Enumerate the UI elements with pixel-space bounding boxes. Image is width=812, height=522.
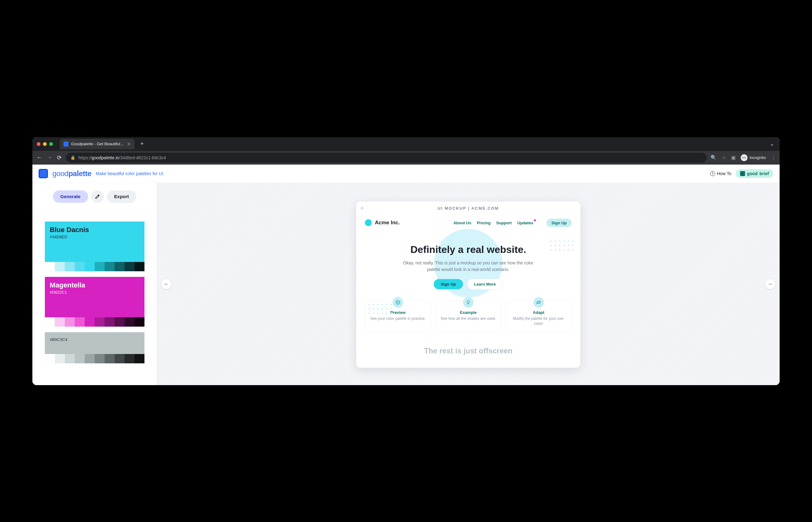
mockup-nav-signup-button[interactable]: Sign Up (546, 219, 572, 227)
feature-desc: See how all the shades are used. (439, 316, 498, 321)
shade-swatch[interactable] (45, 262, 55, 271)
toolbar-icons: 🔍 ☆ ▣ 👓 Incognito ⋮ (711, 154, 776, 161)
mockup-nav-link[interactable]: Updates (518, 221, 533, 225)
mockup-nav-link[interactable]: Pricing (477, 221, 491, 225)
shade-swatch[interactable] (115, 262, 124, 271)
hero-signup-button[interactable]: Sign Up (434, 279, 463, 289)
page: goodpalette Make beautiful color palette… (32, 164, 779, 385)
shade-swatch[interactable] (135, 317, 144, 327)
shade-swatch[interactable] (95, 354, 104, 363)
url-path: /34d8ed-d622c1-b9c3c4 (119, 155, 166, 160)
shade-swatch[interactable] (124, 317, 135, 327)
eyedropper-icon (95, 194, 100, 199)
palette-main-swatch[interactable]: Blue Dacnis#34D8ED (45, 221, 144, 262)
feature-desc: See your color palette in practice. (368, 316, 427, 321)
shade-swatch[interactable] (55, 354, 65, 363)
brand-logo-icon (365, 219, 372, 226)
shade-row (45, 354, 144, 363)
shade-swatch[interactable] (75, 262, 85, 271)
eyedropper-button[interactable] (91, 190, 104, 203)
address-bar[interactable]: 🔒 https://goodpalette.io/34d8ed-d622c1-b… (66, 153, 707, 163)
shade-swatch[interactable] (95, 317, 104, 327)
feature-row: PreviewSee your color palette in practic… (365, 301, 572, 333)
mockup-titlebar: UI MOCKUP | ACME.COM (356, 202, 580, 214)
goodbrief-word-brief: brief (759, 171, 769, 176)
shade-swatch[interactable] (104, 262, 115, 271)
carousel-next-button[interactable]: → (765, 279, 775, 289)
palette-main-swatch[interactable]: Magentella#D622C1 (45, 277, 144, 317)
close-tab-button[interactable]: ✕ (127, 142, 131, 146)
palette-card[interactable]: Magentella#D622C1 (45, 277, 144, 327)
window-controls (37, 142, 53, 146)
feature-title: Example (439, 310, 498, 315)
back-button[interactable]: ← (36, 154, 42, 161)
mockup-window-dot-icon (361, 206, 364, 210)
shade-swatch[interactable] (85, 317, 95, 327)
forward-button[interactable]: → (46, 154, 52, 161)
new-tab-button[interactable]: + (138, 140, 146, 148)
shade-swatch[interactable] (124, 354, 135, 363)
maximize-window-button[interactable] (49, 142, 53, 146)
palette-hex: #B9C3C4 (50, 337, 139, 342)
shade-swatch[interactable] (55, 317, 65, 327)
carousel-prev-button[interactable]: ← (161, 279, 171, 289)
shade-swatch[interactable] (135, 262, 144, 271)
palette-card[interactable]: Blue Dacnis#34D8ED (45, 221, 144, 271)
left-panel: Generate Export Blue Dacnis#34D8EDMagent… (32, 183, 157, 385)
shade-swatch[interactable] (65, 262, 75, 271)
mockup-nav-link[interactable]: About Us (453, 221, 471, 225)
browser-window: Goodpalette - Get Beautiful Co ✕ + ⌄ ← →… (32, 137, 779, 385)
shade-swatch[interactable] (104, 354, 115, 363)
browser-menu-button[interactable]: ⋮ (771, 155, 776, 161)
goodpalette-logo-text[interactable]: goodpalette (52, 169, 91, 178)
shade-swatch[interactable] (85, 354, 95, 363)
minimize-window-button[interactable] (43, 142, 47, 146)
mockup-nav-links: About UsPricingSupportUpdates (453, 221, 533, 225)
palette-card[interactable]: #B9C3C4 (45, 332, 144, 363)
mockup-brand: Acme Inc. (365, 219, 400, 226)
shade-swatch[interactable] (115, 354, 124, 363)
extensions-icon[interactable]: ▣ (731, 155, 736, 161)
palette-name: Magentella (50, 281, 139, 289)
shade-swatch[interactable] (45, 317, 55, 327)
generate-button[interactable]: Generate (53, 190, 88, 203)
shade-swatch[interactable] (85, 262, 95, 271)
export-button[interactable]: Export (107, 190, 137, 203)
shade-row (45, 262, 144, 271)
goodbrief-link[interactable]: goodbrief (736, 169, 773, 178)
url-host: goodpalette.io (92, 155, 119, 160)
zoom-icon[interactable]: 🔍 (711, 155, 717, 161)
shade-swatch[interactable] (65, 317, 75, 327)
reload-button[interactable]: ⟳ (56, 154, 62, 161)
tab-title: Goodpalette - Get Beautiful Co (71, 142, 124, 146)
shade-row (45, 317, 144, 327)
hero-subtext: Okay, not really. This is just a mockup … (400, 260, 537, 273)
palette-main-swatch[interactable]: #B9C3C4 (45, 332, 144, 354)
mockup-window: UI MOCKUP | ACME.COM Acme Inc. About UsP… (356, 202, 580, 368)
action-row: Generate Export (53, 190, 137, 203)
close-window-button[interactable] (37, 142, 40, 146)
palette-list: Blue Dacnis#34D8EDMagentella#D622C1#B9C3… (45, 221, 144, 363)
brand-name: Acme Inc. (375, 220, 400, 226)
shade-swatch[interactable] (75, 354, 85, 363)
url-scheme: https:// (78, 155, 92, 160)
how-to-link[interactable]: i How To (710, 171, 731, 176)
cube-icon (393, 297, 403, 308)
shade-swatch[interactable] (45, 354, 55, 363)
goodbrief-word-good: good (747, 171, 757, 176)
shade-swatch[interactable] (124, 262, 135, 271)
mockup-nav-link[interactable]: Support (496, 221, 512, 225)
shade-swatch[interactable] (55, 262, 65, 271)
shade-swatch[interactable] (104, 317, 115, 327)
info-icon: i (710, 171, 715, 176)
tabs-dropdown-button[interactable]: ⌄ (769, 140, 775, 148)
shade-swatch[interactable] (95, 262, 104, 271)
chrome-frame: Goodpalette - Get Beautiful Co ✕ + ⌄ ← →… (32, 137, 779, 164)
browser-tab[interactable]: Goodpalette - Get Beautiful Co ✕ (60, 139, 135, 149)
shade-swatch[interactable] (115, 317, 124, 327)
shade-swatch[interactable] (135, 354, 144, 363)
bookmark-icon[interactable]: ☆ (722, 155, 726, 161)
shade-swatch[interactable] (65, 354, 75, 363)
hero-learn-more-button[interactable]: Learn More (467, 279, 503, 289)
shade-swatch[interactable] (75, 317, 85, 327)
